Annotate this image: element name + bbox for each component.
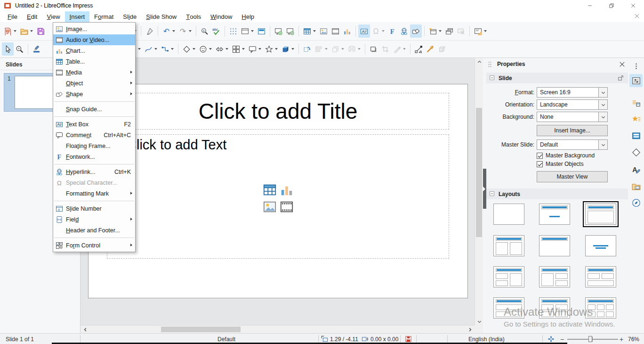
dropdown-caret-icon[interactable] [172, 30, 175, 32]
orientation-dropdown-icon[interactable] [598, 100, 607, 109]
menu-item-image[interactable]: Image... [53, 24, 135, 34]
dropdown-caret-icon[interactable] [193, 48, 195, 50]
insert-chart-icon[interactable] [280, 183, 294, 197]
master-slide-dropdown-icon[interactable] [598, 140, 607, 149]
collapse-section-icon[interactable] [489, 75, 495, 81]
content-placeholder[interactable]: Click to add Text [107, 134, 449, 259]
minimize-button[interactable] [579, 0, 601, 11]
dropdown-caret-icon[interactable] [341, 48, 344, 50]
block-arrows-button[interactable] [214, 42, 230, 56]
dropdown-caret-icon[interactable] [242, 48, 245, 50]
layout-title-content-and-two-content[interactable] [539, 266, 570, 287]
stars-and-banners-button[interactable] [263, 42, 280, 56]
new-presentation-button[interactable] [2, 25, 18, 38]
show-draw-functions-button[interactable] [410, 25, 422, 38]
select-button[interactable] [2, 42, 14, 56]
menu-edit[interactable]: Edit [22, 11, 42, 22]
new-slide-button[interactable] [427, 25, 443, 38]
save-button[interactable] [35, 25, 47, 38]
sidebar-tab-master-slides[interactable] [629, 129, 643, 142]
dropdown-caret-icon[interactable] [382, 30, 385, 32]
menu-help[interactable]: Help [237, 11, 259, 22]
layout-title-four-content[interactable] [539, 297, 570, 319]
menu-item-header-and-footer[interactable]: Header and Footer... [53, 225, 135, 236]
menu-format[interactable]: Format [89, 11, 118, 22]
layout-centered-text[interactable] [585, 235, 616, 256]
slide-section-header[interactable]: Slide [486, 73, 628, 83]
close-sidebar-deck-icon[interactable] [619, 61, 625, 67]
menu-item-object[interactable]: Object [53, 78, 135, 89]
title-placeholder[interactable]: Click to add Title [107, 93, 449, 130]
dropdown-caret-icon[interactable] [439, 30, 442, 32]
layout-title-content-over-content[interactable] [493, 297, 524, 319]
menu-item-text-box[interactable]: AText BoxF2 [53, 119, 135, 130]
menu-item-chart[interactable]: Chart... [53, 45, 135, 56]
menu-slide-show[interactable]: Slide Show [141, 11, 181, 22]
close-document-button[interactable] [634, 13, 641, 20]
basic-shapes-button[interactable] [181, 42, 197, 56]
sidebar-tab-gallery[interactable] [629, 180, 643, 193]
vertical-scroll-thumb[interactable] [476, 108, 482, 237]
dropdown-caret-icon[interactable] [484, 30, 487, 32]
menu-item-media[interactable]: Media [53, 67, 135, 78]
rotate-button[interactable] [301, 42, 313, 56]
menu-slide[interactable]: Slide [118, 11, 141, 22]
menu-item-slide-number[interactable]: #Slide Number [53, 203, 135, 214]
orientation-select[interactable]: Landscape [537, 99, 608, 110]
show-glue-points-button[interactable] [425, 42, 436, 56]
menu-item-hyperlink[interactable]: Hyperlink...Ctrl+K [53, 166, 135, 177]
undo-button[interactable]: ↶ [161, 25, 177, 38]
clone-formatting-button[interactable] [144, 25, 155, 38]
dropdown-caret-icon[interactable] [325, 48, 328, 50]
start-from-first-slide-button[interactable] [273, 25, 284, 38]
connectors-button[interactable] [159, 42, 176, 56]
layout-title-six-content[interactable] [585, 297, 616, 319]
zoom-percent-label[interactable]: 76% [628, 336, 639, 343]
curves-and-polygons-button[interactable] [143, 42, 159, 56]
insert-image-button[interactable] [318, 25, 330, 38]
master-slide-select[interactable]: Default [537, 139, 608, 150]
menu-insert[interactable]: Insert [65, 11, 90, 22]
layout-title-content[interactable] [585, 204, 616, 225]
dropdown-caret-icon[interactable] [251, 30, 254, 32]
flowchart-shapes-button[interactable] [230, 42, 247, 56]
menu-window[interactable]: Window [206, 11, 237, 22]
dropdown-caret-icon[interactable] [225, 48, 228, 50]
more-options-icon[interactable] [617, 74, 624, 82]
layout-title-slide[interactable] [539, 204, 570, 225]
background-dropdown-icon[interactable] [598, 112, 607, 122]
dropdown-caret-icon[interactable] [403, 48, 406, 50]
dropdown-caret-icon[interactable] [358, 48, 361, 50]
dropdown-caret-icon[interactable] [30, 30, 33, 32]
sidebar-tab-animation[interactable] [629, 113, 643, 126]
horizontal-scrollbar[interactable] [80, 325, 475, 333]
layout-title-only[interactable] [539, 235, 570, 256]
open-file-button[interactable] [18, 25, 35, 38]
menu-item-shape[interactable]: Shape [53, 89, 135, 99]
menu-item-form-control[interactable]: Form Control [53, 240, 135, 251]
dropdown-caret-icon[interactable] [138, 48, 141, 50]
sidebar-tab-shapes[interactable] [629, 146, 643, 159]
zoom-and-pan-button[interactable] [14, 42, 25, 56]
dropdown-caret-icon[interactable] [171, 48, 174, 50]
close-button[interactable] [622, 0, 644, 11]
edit-points-button[interactable] [413, 42, 425, 56]
menu-item-audio-or-video[interactable]: Audio or Video... [53, 34, 135, 45]
sidebar-tab-properties[interactable] [629, 74, 643, 87]
menu-tools[interactable]: Tools [181, 11, 206, 22]
vertical-scrollbar[interactable] [475, 58, 483, 325]
dropdown-caret-icon[interactable] [258, 48, 261, 50]
menu-item-formatting-mark[interactable]: Formatting Mark [53, 188, 135, 199]
spelling-button[interactable]: abc [210, 25, 222, 38]
fill-color-button[interactable] [31, 42, 42, 56]
sidebar-tab-navigator[interactable] [629, 196, 643, 209]
dropdown-caret-icon[interactable] [275, 48, 278, 50]
format-select[interactable]: Screen 16:9 [537, 87, 608, 98]
insert-image-button[interactable]: Insert Image... [537, 125, 608, 136]
insert-image-icon[interactable] [263, 200, 277, 214]
dropdown-caret-icon[interactable] [313, 30, 316, 32]
layout-blank[interactable] [493, 204, 524, 225]
menu-item-floating-frame[interactable]: Floating Frame... [53, 140, 135, 151]
master-objects-checkbox[interactable]: Master Objects [537, 160, 584, 168]
master-name-label[interactable]: Default [217, 336, 235, 343]
